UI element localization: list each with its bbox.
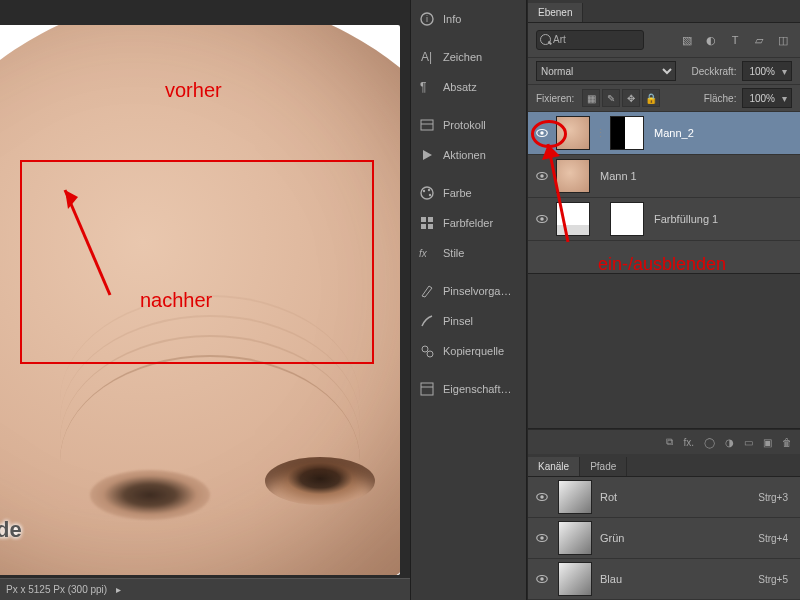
panel-shortcut-hist[interactable]: Protokoll <box>411 110 526 140</box>
tab-pfade[interactable]: Pfade <box>580 457 627 476</box>
visibility-toggle-icon[interactable] <box>534 530 550 546</box>
channel-row[interactable]: GrünStrg+4 <box>528 518 800 559</box>
panel-shortcut-swatch[interactable]: Farbfelder <box>411 208 526 238</box>
fill-label: Fläche: <box>704 93 737 104</box>
svg-point-10 <box>423 190 425 192</box>
channel-thumb <box>558 480 592 514</box>
photo-eye-right <box>265 457 375 505</box>
prop-icon <box>419 381 435 397</box>
opacity-field[interactable]: 100%▾ <box>742 61 792 81</box>
svg-point-9 <box>421 187 433 199</box>
visibility-toggle-icon[interactable] <box>534 489 550 505</box>
layers-tab-bar: Ebenen <box>528 0 800 23</box>
channel-thumb <box>558 562 592 596</box>
lock-transparent-icon[interactable]: ▦ <box>582 89 600 107</box>
panel-shortcut-info[interactable]: iInfo <box>411 4 526 34</box>
trash-icon[interactable]: 🗑 <box>782 437 792 448</box>
document-canvas[interactable]: vorher nachher .de <box>0 25 400 575</box>
para-icon: ¶ <box>419 79 435 95</box>
annotation-after: nachher <box>140 290 212 310</box>
brushp-icon <box>419 283 435 299</box>
status-bar: Px x 5125 Px (300 ppi) ▸ <box>0 578 410 600</box>
hist-icon <box>419 117 435 133</box>
layer-filter-row: Art ▧ ◐ T ▱ ◫ <box>528 23 800 58</box>
panel-shortcut-clone[interactable]: Kopierquelle <box>411 336 526 366</box>
svg-rect-16 <box>428 224 433 229</box>
channel-row[interactable]: RotStrg+3 <box>528 477 800 518</box>
visibility-toggle-icon[interactable] <box>534 571 550 587</box>
svg-rect-20 <box>421 383 433 395</box>
char-icon: A| <box>419 49 435 65</box>
channel-thumb <box>558 521 592 555</box>
pal-icon <box>419 185 435 201</box>
svg-point-31 <box>540 495 544 499</box>
lock-position-icon[interactable]: ✥ <box>622 89 640 107</box>
panel-shortcut-prop[interactable]: Eigenschaft… <box>411 374 526 404</box>
channels-tab-bar: KanälePfade <box>528 454 800 477</box>
photo-eye-left <box>90 470 210 520</box>
panel-shortcut-play[interactable]: Aktionen <box>411 140 526 170</box>
layer-name[interactable]: Mann 1 <box>600 170 637 182</box>
play-icon <box>419 147 435 163</box>
svg-text:¶: ¶ <box>420 80 426 94</box>
fill-field[interactable]: 100%▾ <box>742 88 792 108</box>
svg-text:A|: A| <box>421 50 432 64</box>
svg-rect-6 <box>421 120 433 130</box>
svg-point-18 <box>422 346 428 352</box>
panel-shortcut-fx[interactable]: fxStile <box>411 238 526 268</box>
svg-line-22 <box>548 144 568 242</box>
panel-shortcut-brushp[interactable]: Pinselvorga… <box>411 276 526 306</box>
layer-name[interactable]: Mann_2 <box>654 127 694 139</box>
svg-marker-8 <box>423 150 432 160</box>
filter-shape-icon[interactable]: ▱ <box>750 32 768 48</box>
filter-smart-icon[interactable]: ◫ <box>774 32 792 48</box>
link-icon[interactable]: ⋮ <box>596 127 604 140</box>
group-icon[interactable]: ▭ <box>744 437 753 448</box>
svg-line-0 <box>65 190 110 295</box>
svg-point-11 <box>428 189 430 191</box>
layer-name[interactable]: Farbfüllung 1 <box>654 213 718 225</box>
panel-shortcut-pal[interactable]: Farbe <box>411 178 526 208</box>
clone-icon <box>419 343 435 359</box>
fx-icon[interactable]: fx. <box>683 437 694 448</box>
annotation-arrow-2 <box>538 142 578 252</box>
svg-rect-13 <box>421 217 426 222</box>
channel-name: Grün <box>600 532 624 544</box>
channel-list: RotStrg+3GrünStrg+4BlauStrg+5 <box>528 477 800 600</box>
svg-rect-15 <box>421 224 426 229</box>
filter-type-icon[interactable]: T <box>726 32 744 48</box>
adjustment-icon[interactable]: ◑ <box>725 437 734 448</box>
layer-mask-thumb[interactable] <box>610 202 644 236</box>
layer-filter-kind[interactable]: Art <box>536 30 644 50</box>
tab-kanäle[interactable]: Kanäle <box>528 457 580 476</box>
layer-mask-thumb[interactable] <box>610 116 644 150</box>
panel-shortcut-char[interactable]: A|Zeichen <box>411 42 526 72</box>
svg-rect-14 <box>428 217 433 222</box>
svg-point-12 <box>429 194 431 196</box>
tab-layers[interactable]: Ebenen <box>528 3 583 22</box>
channel-name: Blau <box>600 573 622 585</box>
svg-point-35 <box>540 577 544 581</box>
panel-shortcut-para[interactable]: ¶Absatz <box>411 72 526 102</box>
mask-icon[interactable]: ◯ <box>704 437 715 448</box>
svg-point-19 <box>427 351 433 357</box>
new-layer-icon[interactable]: ▣ <box>763 437 772 448</box>
blend-mode-select[interactable]: Normal <box>536 61 676 81</box>
document-canvas-area: vorher nachher .de Px x 5125 Px (300 ppi… <box>0 0 410 600</box>
annotation-before: vorher <box>165 80 222 100</box>
lock-buttons: ▦ ✎ ✥ 🔒 <box>582 89 660 107</box>
channel-shortcut: Strg+3 <box>758 492 794 503</box>
channel-row[interactable]: BlauStrg+5 <box>528 559 800 600</box>
svg-marker-23 <box>542 144 560 160</box>
lock-pixels-icon[interactable]: ✎ <box>602 89 620 107</box>
annotation-arrow <box>50 175 130 315</box>
filter-adjust-icon[interactable]: ◐ <box>702 32 720 48</box>
link-layers-icon[interactable]: ⧉ <box>666 436 673 448</box>
layer-panel-footer: ⧉ fx. ◯ ◑ ▭ ▣ 🗑 <box>528 429 800 454</box>
filter-image-icon[interactable]: ▧ <box>678 32 696 48</box>
status-text: Px x 5125 Px (300 ppi) <box>6 584 107 595</box>
svg-point-33 <box>540 536 544 540</box>
lock-all-icon[interactable]: 🔒 <box>642 89 660 107</box>
channel-name: Rot <box>600 491 617 503</box>
panel-shortcut-brush[interactable]: Pinsel <box>411 306 526 336</box>
